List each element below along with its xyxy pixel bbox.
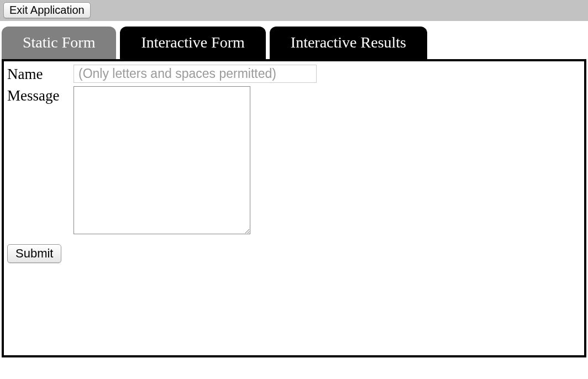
submit-button[interactable]: Submit	[7, 244, 61, 263]
submit-row: Submit	[7, 244, 581, 263]
form-panel: Name Message Submit	[2, 59, 586, 357]
message-row: Message	[7, 86, 581, 234]
message-label: Message	[7, 86, 74, 104]
name-input[interactable]	[74, 65, 317, 83]
topbar: Exit Application	[0, 0, 588, 21]
tab-interactive-results[interactable]: Interactive Results	[270, 27, 427, 59]
exit-application-button[interactable]: Exit Application	[3, 2, 91, 18]
message-textarea[interactable]	[74, 86, 250, 234]
name-row: Name	[7, 65, 581, 83]
tab-interactive-form[interactable]: Interactive Form	[120, 27, 265, 59]
tab-static-form[interactable]: Static Form	[2, 27, 116, 59]
tab-bar: Static Form Interactive Form Interactive…	[0, 27, 588, 59]
name-label: Name	[7, 65, 74, 83]
